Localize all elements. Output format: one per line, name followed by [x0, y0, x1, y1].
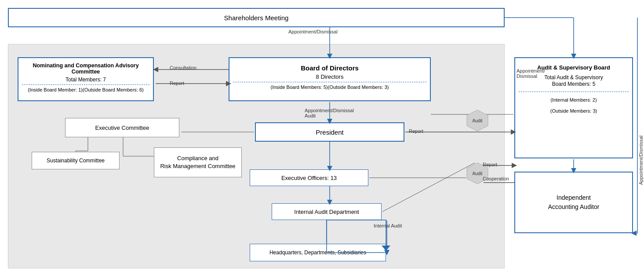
nominating-sub: Total Members: 7: [18, 77, 153, 84]
internal-audit-label: Internal Audit Department: [294, 209, 359, 215]
accounting-box: IndependentAccounting Auditor: [514, 172, 633, 233]
nominating-box: Nominating and Compensation Advisory Com…: [18, 57, 154, 101]
report-label3: Report: [483, 162, 497, 167]
president-box: President: [255, 122, 404, 142]
svg-text:Audit: Audit: [473, 171, 483, 176]
internal-audit-box: Internal Audit Department: [272, 203, 382, 220]
shareholders-label: Shareholders Meeting: [224, 14, 289, 22]
audit-board-divider: [519, 92, 629, 92]
sustainability-box: Sustainability Committee: [32, 152, 120, 169]
audit-hex-1: Audit: [466, 109, 489, 132]
nominating-detail: (Inside Board Member: 1)(Outside Board M…: [18, 85, 153, 92]
consultation-label: Consultation: [170, 65, 196, 70]
cooperation-label: Cooperation: [483, 176, 509, 181]
internal-audit-label: Internal Audit: [374, 223, 402, 228]
compliance-box: Compliance andRisk Management Committee: [154, 147, 242, 177]
accounting-label: IndependentAccounting Auditor: [548, 193, 600, 212]
shareholders-box: Shareholders Meeting: [8, 8, 505, 27]
audit-board-detail1: (Internal Members: 2): [515, 95, 632, 106]
appt-dismissal-vertical: Appointment/Dismissal: [638, 97, 644, 185]
report-label2: Report: [409, 128, 423, 134]
sustainability-label: Sustainability Committee: [47, 158, 105, 164]
headquarters-label: Headquarters, Departments, Subsidiaries: [269, 249, 366, 256]
svg-text:Audit: Audit: [473, 118, 483, 123]
exec-officers-label: Executive Officers: 13: [281, 175, 337, 181]
board-title: Board of Directors: [229, 58, 430, 73]
board-box: Board of Directors 8 Directors (Inside B…: [229, 57, 431, 101]
exec-officers-box: Executive Officers: 13: [250, 169, 368, 186]
compliance-label: Compliance andRisk Management Committee: [160, 154, 235, 170]
appointment-audit-label: Appointment/DismissalAudit: [305, 108, 354, 118]
audit-board-detail2: (Outside Members: 3): [515, 106, 632, 117]
appointment-dismissal2-label: Appointment/Dismissal: [517, 68, 545, 79]
nominating-title: Nominating and Compensation Advisory Com…: [18, 58, 153, 77]
board-sub: 8 Directors: [229, 73, 430, 82]
headquarters-box: Headquarters, Departments, Subsidiaries: [250, 244, 386, 261]
diagram-container: Shareholders Meeting Nominating and Comp…: [0, 0, 644, 275]
exec-committee-label: Executive Committee: [95, 125, 149, 131]
report-label1: Report: [170, 81, 184, 86]
appointment-dismissal-label: Appointment/Dismissal: [288, 29, 338, 34]
board-detail: (Inside Board Members: 5)(Outside Board …: [229, 82, 430, 90]
exec-committee-box: Executive Committee: [65, 118, 179, 137]
president-label: President: [316, 128, 343, 136]
